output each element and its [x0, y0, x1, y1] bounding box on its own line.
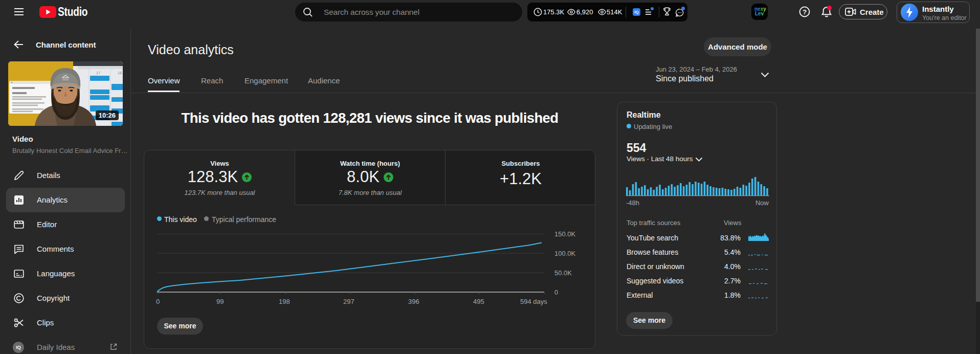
svg-text:17: 17: [96, 71, 100, 75]
svg-text:18: 18: [118, 71, 122, 75]
svg-text:?: ?: [803, 8, 807, 16]
